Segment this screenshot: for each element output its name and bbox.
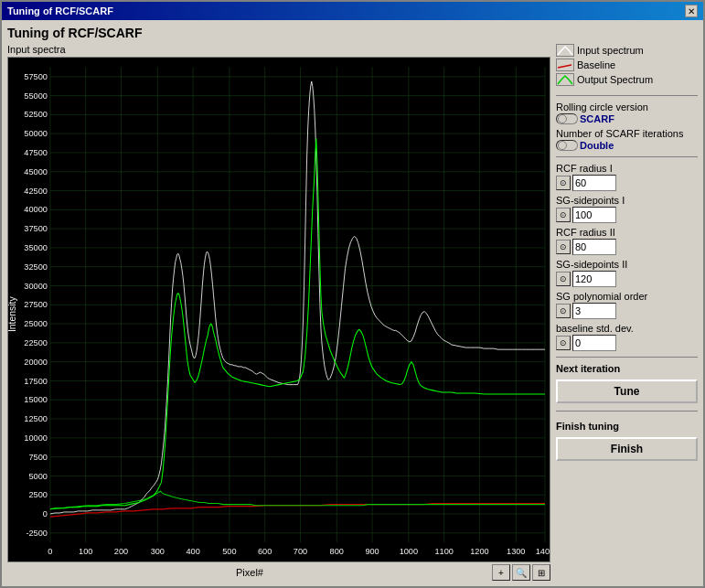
chart-section: Input spectra — [7, 44, 550, 581]
legend-baseline: Baseline — [556, 59, 698, 71]
legend-input-spectrum: Input spectrum — [556, 44, 698, 57]
rcf-radius-i-param: RCF radius I ⊙ — [556, 163, 698, 191]
svg-text:52500: 52500 — [24, 110, 48, 119]
svg-text:12500: 12500 — [24, 414, 48, 423]
legend-output-spectrum: Output Spectrum — [556, 73, 698, 86]
svg-text:800: 800 — [330, 547, 344, 556]
chart-section-label: Input spectra — [7, 44, 550, 55]
fit-button[interactable]: ⊞ — [532, 564, 550, 581]
svg-text:30000: 30000 — [24, 282, 48, 291]
title-bar: Tuning of RCF/SCARF ✕ — [2, 2, 703, 20]
sg-sidepoints-i-control: ⊙ — [556, 207, 698, 223]
sg-sidepoints-ii-input[interactable] — [572, 271, 616, 287]
sg-poly-order-param: SG polynomial order ⊙ — [556, 291, 698, 319]
scarf-iter-value: Double — [580, 140, 614, 151]
scarf-iter-control: Double — [556, 140, 698, 151]
svg-text:1400: 1400 — [536, 547, 550, 556]
sg-sidepoints-ii-param: SG-sidepoints II ⊙ — [556, 259, 698, 287]
svg-text:55000: 55000 — [24, 91, 48, 101]
svg-text:20000: 20000 — [24, 358, 48, 367]
rolling-circle-toggle[interactable] — [556, 113, 578, 124]
input-spectrum-icon — [556, 44, 574, 57]
window-title: Tuning of RCF/SCARF — [7, 5, 113, 16]
sg-sidepoints-ii-label: SG-sidepoints II — [556, 259, 698, 270]
svg-text:57500: 57500 — [24, 72, 48, 81]
chart-bottom: Pixel# + 🔍 ⊞ — [7, 564, 550, 581]
svg-text:1200: 1200 — [470, 547, 488, 556]
rcf-radius-i-spinner[interactable]: ⊙ — [556, 176, 571, 190]
svg-text:700: 700 — [294, 547, 307, 556]
svg-text:200: 200 — [114, 547, 128, 556]
svg-text:37500: 37500 — [24, 224, 48, 233]
svg-text:1100: 1100 — [434, 547, 453, 556]
rcf-radius-i-input[interactable] — [572, 175, 616, 191]
svg-text:300: 300 — [151, 547, 165, 556]
rcf-radius-ii-spinner[interactable]: ⊙ — [556, 240, 571, 254]
svg-text:47500: 47500 — [24, 148, 48, 157]
svg-text:Intensity: Intensity — [8, 295, 17, 332]
baseline-std-dev-param: baseline std. dev. ⊙ — [556, 323, 698, 351]
sg-sidepoints-i-param: SG-sidepoints I ⊙ — [556, 195, 698, 223]
baseline-std-dev-input[interactable] — [572, 335, 616, 351]
sg-sidepoints-ii-control: ⊙ — [556, 271, 698, 287]
sg-poly-order-spinner[interactable]: ⊙ — [556, 304, 571, 318]
sg-poly-order-label: SG polynomial order — [556, 291, 698, 302]
rcf-radius-ii-param: RCF radius II ⊙ — [556, 227, 698, 255]
sg-poly-order-control: ⊙ — [556, 303, 698, 319]
svg-text:15000: 15000 — [24, 395, 48, 404]
svg-text:45000: 45000 — [24, 167, 48, 176]
sg-sidepoints-i-input[interactable] — [572, 207, 616, 223]
rolling-circle-label: Rolling circle version — [556, 102, 698, 112]
baseline-std-dev-control: ⊙ — [556, 335, 698, 351]
svg-text:17500: 17500 — [24, 377, 48, 386]
x-axis-label: Pixel# — [7, 567, 492, 578]
baseline-std-dev-label: baseline std. dev. — [556, 323, 698, 334]
scarf-iter-knob — [558, 141, 567, 150]
rolling-circle-value: SCARF — [580, 113, 614, 124]
svg-text:0: 0 — [48, 547, 52, 556]
svg-text:900: 900 — [365, 547, 379, 556]
baseline-std-dev-spinner[interactable]: ⊙ — [556, 336, 571, 350]
rolling-circle-control: SCARF — [556, 113, 698, 124]
svg-text:2500: 2500 — [28, 490, 47, 499]
sg-sidepoints-i-spinner[interactable]: ⊙ — [556, 208, 571, 222]
sg-poly-order-input[interactable] — [572, 303, 616, 319]
content-area: Tuning of RCF/SCARF Input spectra — [2, 20, 703, 586]
sg-sidepoints-i-label: SG-sidepoints I — [556, 195, 698, 206]
chart-container: -2500 0 2500 5000 7500 10000 12500 15000… — [7, 57, 550, 562]
svg-text:-2500: -2500 — [26, 529, 47, 538]
finish-tuning-label: Finish tuning — [556, 421, 698, 432]
zoom-in-button[interactable]: + — [492, 564, 510, 581]
sg-sidepoints-ii-spinner[interactable]: ⊙ — [556, 272, 571, 286]
close-button[interactable]: ✕ — [685, 5, 698, 17]
main-window: Tuning of RCF/SCARF ✕ Tuning of RCF/SCAR… — [0, 0, 705, 588]
svg-rect-0 — [8, 58, 550, 561]
scarf-iter-toggle[interactable] — [556, 140, 578, 151]
baseline-icon — [556, 59, 574, 71]
svg-text:400: 400 — [186, 547, 199, 556]
svg-text:600: 600 — [258, 547, 272, 556]
rolling-circle-knob — [558, 114, 567, 123]
output-spectrum-label: Output Spectrum — [577, 74, 653, 85]
finish-button[interactable]: Finish — [556, 437, 698, 461]
svg-text:1300: 1300 — [507, 547, 525, 556]
tune-button[interactable]: Tune — [556, 380, 698, 403]
rcf-radius-ii-input[interactable] — [572, 239, 616, 255]
output-spectrum-icon — [556, 73, 574, 86]
main-row: Input spectra — [7, 44, 698, 581]
svg-text:25000: 25000 — [24, 319, 48, 328]
svg-text:100: 100 — [79, 547, 92, 556]
zoom-out-button[interactable]: 🔍 — [512, 564, 530, 581]
svg-text:42500: 42500 — [24, 187, 48, 196]
right-panel: Input spectrum Baseline Output Spectrum — [556, 44, 698, 581]
svg-text:10000: 10000 — [24, 433, 48, 443]
svg-text:5000: 5000 — [28, 471, 47, 480]
scarf-iter-param: Number of SCARF iterations Double — [556, 128, 698, 151]
input-spectrum-label: Input spectrum — [577, 45, 644, 56]
svg-text:40000: 40000 — [24, 205, 48, 214]
rcf-radius-ii-control: ⊙ — [556, 239, 698, 255]
rolling-circle-param: Rolling circle version SCARF — [556, 102, 698, 124]
baseline-label: Baseline — [577, 59, 615, 70]
page-title: Tuning of RCF/SCARF — [7, 26, 698, 40]
svg-text:7500: 7500 — [28, 453, 47, 462]
